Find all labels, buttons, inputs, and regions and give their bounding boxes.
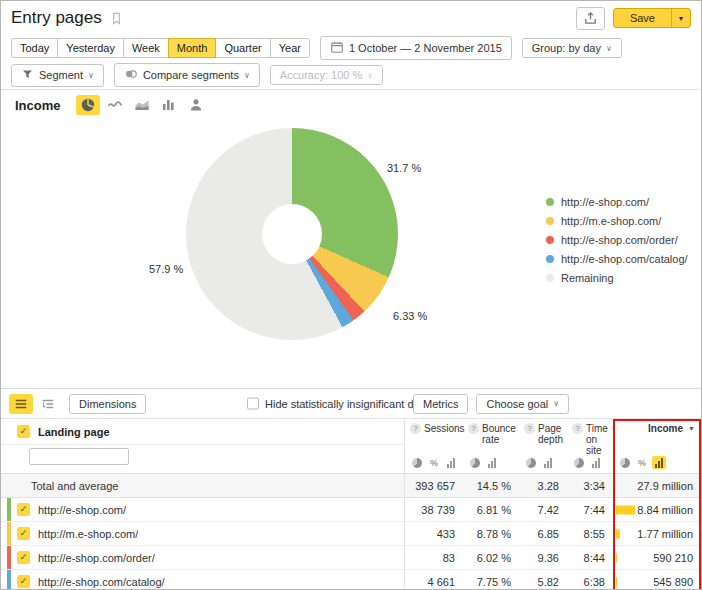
tab-year[interactable]: Year <box>270 38 310 58</box>
legend-item[interactable]: http://m.e-shop.com/ <box>546 211 688 230</box>
choose-goal-dropdown[interactable]: Choose goal ∨ <box>476 394 569 414</box>
date-range-button[interactable]: 1 October — 2 November 2015 <box>320 36 512 60</box>
pie-mode-icon[interactable] <box>572 456 586 469</box>
bars-mode-icon[interactable] <box>652 456 666 469</box>
pie-mode-icon[interactable] <box>468 456 482 469</box>
percent-mode-icon[interactable]: % <box>427 456 441 469</box>
cell-income: 545 890 <box>613 570 701 590</box>
help-icon[interactable]: ? <box>468 423 479 434</box>
chart-type-columns-button[interactable] <box>157 95 181 115</box>
flat-list-view-button[interactable] <box>9 394 33 414</box>
hide-insignificant-label: Hide statistically insignificant data <box>265 398 429 410</box>
income-header-label[interactable]: Income ▼ <box>618 423 697 434</box>
table-row: ✓ http://m.e-shop.com/ 433 8.78 % 6.85 8… <box>1 522 701 546</box>
legend-label: http://e-shop.com/catalog/ <box>561 253 688 265</box>
legend-color-dot <box>546 198 554 206</box>
dimension-header-label: Landing page <box>38 426 110 438</box>
funnel-icon <box>21 68 34 83</box>
chart-type-line-button[interactable] <box>103 95 127 115</box>
save-split-button: Save ▾ <box>613 8 691 28</box>
save-button[interactable]: Save <box>614 9 671 27</box>
bars-mode-icon[interactable] <box>485 456 499 469</box>
tab-quarter[interactable]: Quarter <box>215 38 270 58</box>
cell-bounce: 8.78 % <box>463 522 519 545</box>
bounce-display-modes <box>468 456 515 469</box>
table-row: ✓ http://e-shop.com/catalog/ 4 661 7.75 … <box>1 570 701 590</box>
legend-item[interactable]: http://e-shop.com/catalog/ <box>546 249 688 268</box>
column-header-sessions: ? Sessions % <box>405 419 463 473</box>
export-button[interactable] <box>576 7 605 30</box>
accuracy-dropdown: Accuracy: 100 % ∨ <box>270 65 383 85</box>
select-all-checkbox[interactable]: ✓ <box>17 425 30 438</box>
hide-insignificant-checkbox[interactable] <box>247 398 259 410</box>
checkmark-icon: ✓ <box>20 577 28 586</box>
landing-page-link[interactable]: http://e-shop.com/order/ <box>38 552 155 564</box>
bars-mode-icon[interactable] <box>589 456 603 469</box>
metrics-button[interactable]: Metrics <box>413 394 468 414</box>
segment-label: Segment <box>39 69 83 81</box>
column-header-bounce-rate: ? Bounce rate <box>463 419 519 473</box>
compare-segments-button[interactable]: Compare segments ∨ <box>114 63 260 87</box>
pie-mode-icon[interactable] <box>618 456 632 469</box>
percent-mode-icon[interactable]: % <box>635 456 649 469</box>
legend-item[interactable]: http://e-shop.com/ <box>546 192 688 211</box>
landing-page-link[interactable]: http://m.e-shop.com/ <box>38 528 138 540</box>
tab-today[interactable]: Today <box>11 38 58 58</box>
page-depth-header-label[interactable]: ? Page depth <box>524 423 563 445</box>
save-dropdown-button[interactable]: ▾ <box>671 9 690 27</box>
row-checkbox[interactable]: ✓ <box>17 503 30 516</box>
sessions-header-label[interactable]: ? Sessions <box>410 423 459 434</box>
bars-mode-icon[interactable] <box>444 456 458 469</box>
row-color-stripe <box>7 570 11 590</box>
chevron-down-icon: ∨ <box>367 71 373 80</box>
chart-type-audience-button[interactable] <box>184 95 208 115</box>
help-icon[interactable]: ? <box>572 423 583 434</box>
checkmark-icon: ✓ <box>20 553 28 562</box>
metric-headers: ? Sessions % ? Bounce rate <box>404 419 701 473</box>
bookmark-icon[interactable] <box>109 11 124 26</box>
dimension-header-pane: ✓ Landing page <box>1 419 404 473</box>
tree-view-button[interactable] <box>36 394 60 414</box>
dimension-header-row: ✓ Landing page <box>1 419 404 445</box>
group-by-dropdown[interactable]: Group: by day ∨ <box>522 38 622 58</box>
landing-page-link[interactable]: http://e-shop.com/catalog/ <box>38 576 165 588</box>
total-income: 27.9 million <box>613 474 701 497</box>
cell-depth: 6.85 <box>519 522 567 545</box>
chart-type-stacked-area-button[interactable] <box>130 95 154 115</box>
chart-type-pie-button[interactable] <box>76 95 100 115</box>
tab-yesterday[interactable]: Yesterday <box>57 38 124 58</box>
cell-bounce: 6.81 % <box>463 498 519 521</box>
time-on-site-header-label[interactable]: ? Time on site <box>572 423 609 456</box>
landing-page-link[interactable]: http://e-shop.com/ <box>38 504 126 516</box>
landing-page-filter-input[interactable] <box>29 448 129 465</box>
tab-month[interactable]: Month <box>168 38 217 58</box>
cell-income: 590 210 <box>613 546 701 569</box>
chart-header: Income <box>1 90 701 120</box>
total-bounce: 14.5 % <box>463 474 519 497</box>
sessions-display-modes: % <box>410 456 459 469</box>
checkmark-icon: ✓ <box>20 427 28 436</box>
tab-week[interactable]: Week <box>123 38 169 58</box>
legend-item[interactable]: Remaining <box>546 268 688 287</box>
choose-goal-label: Choose goal <box>486 398 548 410</box>
pie-mode-icon[interactable] <box>410 456 424 469</box>
total-time: 3:34 <box>567 474 613 497</box>
legend-item[interactable]: http://e-shop.com/order/ <box>546 230 688 249</box>
row-checkbox[interactable]: ✓ <box>17 551 30 564</box>
row-checkbox[interactable]: ✓ <box>17 527 30 540</box>
chart-metric-label: Income <box>15 98 61 113</box>
dimensions-button[interactable]: Dimensions <box>69 394 146 414</box>
segment-button[interactable]: Segment ∨ <box>11 64 104 87</box>
row-checkbox[interactable]: ✓ <box>17 575 30 588</box>
income-cell-bar <box>616 505 635 514</box>
help-icon[interactable]: ? <box>410 423 421 434</box>
table-header: ✓ Landing page ? Sessions % <box>1 419 701 474</box>
checkmark-icon: ✓ <box>20 529 28 538</box>
bounce-rate-header-label[interactable]: ? Bounce rate <box>468 423 515 445</box>
chevron-down-icon: ∨ <box>244 71 250 80</box>
pie-mode-icon[interactable] <box>524 456 538 469</box>
income-donut-chart[interactable] <box>186 128 398 340</box>
cell-sessions: 83 <box>405 546 463 569</box>
bars-mode-icon[interactable] <box>541 456 555 469</box>
help-icon[interactable]: ? <box>524 423 535 434</box>
